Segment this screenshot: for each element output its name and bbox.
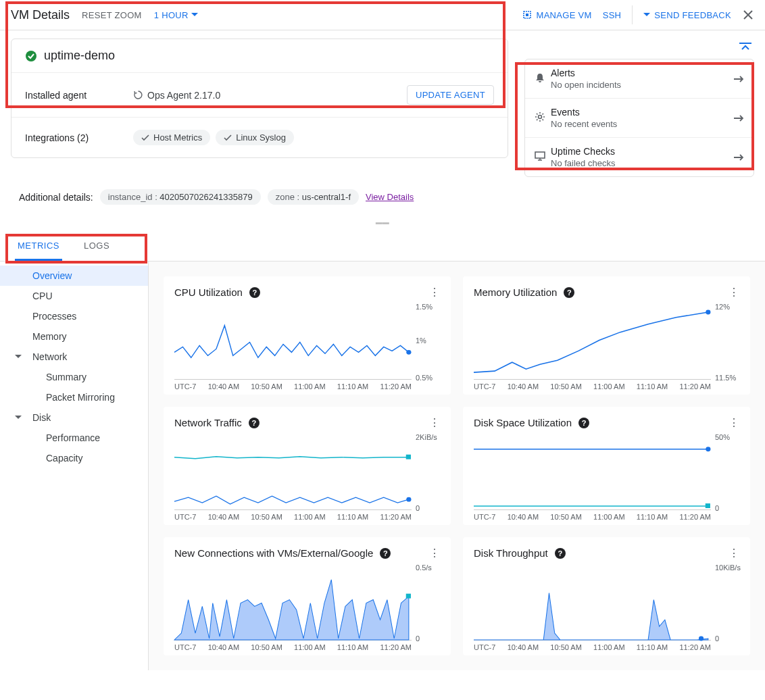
ytick: 0 bbox=[416, 634, 420, 643]
time-range-label: 1 HOUR bbox=[154, 10, 189, 20]
ssh-button[interactable]: SSH bbox=[603, 10, 622, 20]
svg-rect-14 bbox=[406, 594, 411, 599]
xaxis: UTC-710:40 AM10:50 AM11:00 AM11:10 AM11:… bbox=[474, 510, 711, 521]
kebab-icon[interactable]: ⋮ bbox=[729, 547, 739, 559]
help-icon[interactable]: ? bbox=[380, 548, 391, 559]
refresh-icon bbox=[133, 90, 143, 100]
ytick: 1% bbox=[416, 336, 426, 345]
chart-disk-throughput: Disk Throughput ? ⋮ 10KiB/s 0 UTC-710:40… bbox=[463, 537, 750, 655]
help-icon[interactable]: ? bbox=[555, 548, 566, 559]
kebab-icon[interactable]: ⋮ bbox=[729, 286, 739, 299]
sidebar-item-memory[interactable]: Memory bbox=[0, 326, 148, 347]
help-icon[interactable]: ? bbox=[249, 418, 260, 428]
ytick: 0 bbox=[715, 634, 719, 643]
topbar: VM Details RESET ZOOM 1 HOUR MANAGE VM S… bbox=[0, 0, 765, 30]
chart-canvas[interactable]: 0.5/s 0 bbox=[174, 566, 412, 641]
instance-id-pill: instance_id : 4020507026241335879 bbox=[100, 189, 261, 205]
sidebar-item-summary[interactable]: Summary bbox=[0, 367, 148, 387]
svg-point-5 bbox=[406, 350, 411, 355]
ytick: 0 bbox=[416, 504, 420, 512]
manage-vm-label: MANAGE VM bbox=[537, 10, 592, 20]
gear-icon bbox=[535, 111, 545, 122]
monitor-icon bbox=[535, 151, 545, 161]
caret-down-icon bbox=[191, 13, 198, 17]
svg-rect-12 bbox=[706, 503, 710, 508]
chart-disk-space: Disk Space Utilization ? ⋮ 50% 0 UTC-710… bbox=[463, 407, 750, 525]
help-icon[interactable]: ? bbox=[564, 287, 574, 298]
integration-chip[interactable]: Linux Syslog bbox=[216, 130, 294, 145]
arrow-right-icon bbox=[733, 75, 744, 83]
ytick: 10KiB/s bbox=[715, 564, 741, 572]
status-title: Events bbox=[551, 107, 733, 118]
svg-point-10 bbox=[706, 447, 710, 451]
ytick: 11.5% bbox=[715, 374, 736, 382]
zone-pill: zone : us-central1-f bbox=[268, 189, 359, 205]
separator bbox=[632, 5, 633, 24]
xaxis: UTC-710:40 AM10:50 AM11:00 AM11:10 AM11:… bbox=[474, 641, 711, 651]
update-agent-button[interactable]: UPDATE AGENT bbox=[407, 85, 494, 105]
ytick: 0.5% bbox=[416, 374, 433, 382]
reset-zoom-button[interactable]: RESET ZOOM bbox=[82, 10, 142, 20]
view-details-link[interactable]: View Details bbox=[366, 192, 414, 202]
integration-chip[interactable]: Host Metrics bbox=[133, 130, 210, 145]
sidebar-item-overview[interactable]: Overview bbox=[0, 266, 148, 286]
events-item[interactable]: EventsNo recent events bbox=[525, 99, 754, 138]
status-sub: No recent events bbox=[551, 119, 733, 129]
kebab-icon[interactable]: ⋮ bbox=[429, 286, 440, 299]
sidebar-item-capacity[interactable]: Capacity bbox=[0, 448, 148, 468]
sidebar-item-network[interactable]: Network bbox=[0, 347, 148, 367]
help-icon[interactable]: ? bbox=[578, 418, 589, 428]
tab-logs[interactable]: LOGS bbox=[81, 232, 112, 261]
xaxis: UTC-710:40 AM10:50 AM11:00 AM11:10 AM11:… bbox=[174, 510, 412, 521]
resize-handle[interactable]: ━━ bbox=[0, 214, 765, 232]
caret-down-icon bbox=[15, 416, 22, 420]
sidebar-item-processes[interactable]: Processes bbox=[0, 306, 148, 326]
chip-icon bbox=[522, 9, 533, 20]
chart-canvas[interactable]: 50% 0 bbox=[474, 436, 711, 510]
ytick: 12% bbox=[715, 303, 730, 311]
time-range-dropdown[interactable]: 1 HOUR bbox=[154, 10, 198, 20]
uptime-item[interactable]: Uptime ChecksNo failed checks bbox=[525, 138, 754, 176]
tabs: METRICS LOGS bbox=[0, 232, 765, 261]
status-list: AlertsNo open incidents EventsNo recent … bbox=[524, 59, 754, 177]
xaxis: UTC-710:40 AM10:50 AM11:00 AM11:10 AM11:… bbox=[474, 380, 711, 391]
chart-title: Network Traffic bbox=[174, 417, 242, 428]
chart-title: Disk Space Utilization bbox=[474, 417, 572, 428]
status-title: Alerts bbox=[551, 68, 733, 78]
page-title: VM Details bbox=[11, 8, 70, 22]
collapse-icon[interactable] bbox=[739, 43, 751, 52]
sidebar-item-cpu[interactable]: CPU bbox=[0, 286, 148, 306]
sidebar-item-packet-mirroring[interactable]: Packet Mirroring bbox=[0, 387, 148, 407]
tab-metrics[interactable]: METRICS bbox=[15, 232, 62, 261]
svg-point-16 bbox=[699, 636, 704, 641]
agent-version: Ops Agent 2.17.0 bbox=[147, 90, 220, 101]
alerts-item[interactable]: AlertsNo open incidents bbox=[525, 59, 754, 99]
bell-icon bbox=[535, 72, 545, 83]
chart-canvas[interactable]: 1.5% 1% 0.5% bbox=[174, 305, 412, 380]
svg-point-6 bbox=[706, 309, 710, 314]
help-icon[interactable]: ? bbox=[249, 287, 260, 298]
sidebar-item-performance[interactable]: Performance bbox=[0, 428, 148, 448]
manage-vm-button[interactable]: MANAGE VM bbox=[522, 9, 592, 20]
chart-title: CPU Utilization bbox=[174, 286, 243, 298]
arrow-right-icon bbox=[733, 153, 744, 161]
kebab-icon[interactable]: ⋮ bbox=[729, 416, 739, 429]
svg-point-8 bbox=[406, 497, 411, 502]
chart-canvas[interactable]: 12% 11.5% bbox=[474, 305, 711, 380]
svg-rect-4 bbox=[535, 152, 545, 158]
sidebar-item-disk[interactable]: Disk bbox=[0, 407, 148, 428]
chart-title: Memory Utilization bbox=[474, 286, 557, 298]
kebab-icon[interactable]: ⋮ bbox=[429, 547, 440, 559]
close-icon[interactable] bbox=[742, 9, 754, 21]
xaxis: UTC-710:40 AM10:50 AM11:00 AM11:10 AM11:… bbox=[174, 641, 412, 651]
send-feedback-dropdown[interactable]: SEND FEEDBACK bbox=[643, 10, 731, 20]
status-title: Uptime Checks bbox=[551, 146, 733, 157]
send-feedback-label: SEND FEEDBACK bbox=[654, 10, 731, 20]
svg-marker-15 bbox=[474, 593, 708, 640]
chart-canvas[interactable]: 2KiB/s 0 bbox=[174, 436, 412, 510]
chart-canvas[interactable]: 10KiB/s 0 bbox=[474, 566, 711, 641]
kebab-icon[interactable]: ⋮ bbox=[429, 416, 440, 429]
caret-down-icon bbox=[15, 355, 22, 359]
chart-cpu: CPU Utilization ? ⋮ 1.5% 1% 0.5% UTC-710… bbox=[164, 276, 451, 395]
chart-title: New Connections with VMs/External/Google bbox=[174, 547, 373, 559]
